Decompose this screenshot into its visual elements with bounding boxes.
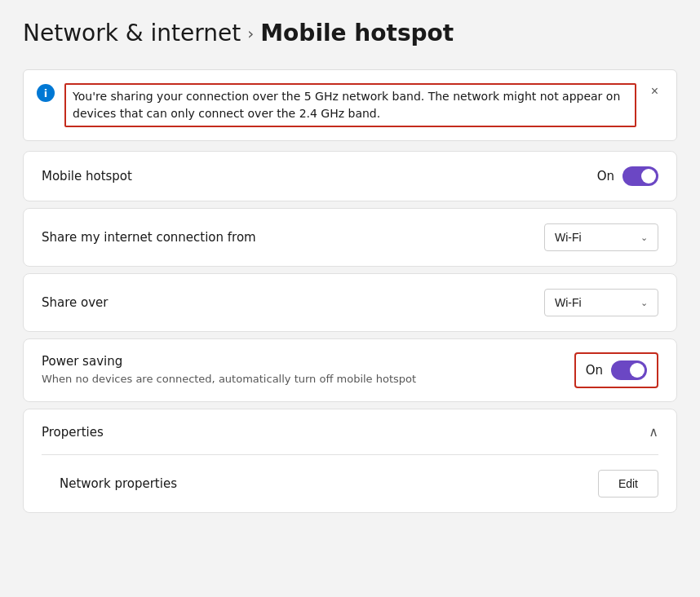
power-saving-status: On	[586, 363, 603, 378]
share-over-label: Share over	[42, 295, 109, 310]
breadcrumb: Network & internet › Mobile hotspot	[23, 20, 677, 46]
info-icon: i	[37, 84, 55, 102]
properties-header[interactable]: Properties ∧	[24, 409, 676, 454]
properties-chevron-icon: ∧	[649, 424, 658, 440]
share-from-label: Share my internet connection from	[42, 230, 256, 245]
power-saving-label: Power saving	[42, 354, 574, 369]
network-properties-label: Network properties	[60, 476, 177, 491]
mobile-hotspot-toggle[interactable]	[622, 166, 658, 186]
breadcrumb-current: Mobile hotspot	[260, 20, 454, 46]
power-saving-description: When no devices are connected, automatic…	[42, 372, 466, 387]
share-over-chevron: ⌄	[640, 298, 648, 308]
properties-label: Properties	[42, 425, 104, 440]
alert-banner: i You're sharing your connection over th…	[23, 69, 677, 141]
breadcrumb-parent[interactable]: Network & internet	[23, 20, 241, 46]
mobile-hotspot-toggle-group: On	[597, 166, 658, 186]
power-saving-toggle-group: On	[574, 352, 658, 388]
mobile-hotspot-row: Mobile hotspot On	[24, 152, 676, 201]
share-over-dropdown[interactable]: Wi-Fi ⌄	[544, 289, 658, 316]
share-from-row: Share my internet connection from Wi-Fi …	[24, 209, 676, 266]
mobile-hotspot-card: Mobile hotspot On	[23, 151, 677, 201]
breadcrumb-arrow: ›	[247, 24, 254, 43]
share-from-card: Share my internet connection from Wi-Fi …	[23, 208, 677, 267]
power-saving-card: Power saving When no devices are connect…	[23, 338, 677, 402]
properties-card: Properties ∧ Network properties Edit	[23, 409, 677, 513]
share-from-value: Wi-Fi	[555, 231, 582, 244]
share-over-row: Share over Wi-Fi ⌄	[24, 274, 676, 331]
alert-text: You're sharing your connection over the …	[64, 83, 636, 127]
share-over-value: Wi-Fi	[555, 296, 582, 309]
edit-button[interactable]: Edit	[598, 470, 658, 498]
alert-close-button[interactable]: ×	[646, 83, 663, 100]
mobile-hotspot-status: On	[597, 169, 614, 184]
share-over-card: Share over Wi-Fi ⌄	[23, 273, 677, 332]
network-properties-row: Network properties Edit	[24, 455, 676, 512]
mobile-hotspot-label: Mobile hotspot	[42, 169, 132, 184]
power-saving-toggle[interactable]	[611, 360, 647, 380]
share-from-chevron: ⌄	[640, 232, 648, 243]
power-saving-desc-block: Power saving When no devices are connect…	[42, 354, 574, 387]
power-saving-row: Power saving When no devices are connect…	[24, 339, 676, 401]
share-from-dropdown[interactable]: Wi-Fi ⌄	[544, 223, 658, 251]
